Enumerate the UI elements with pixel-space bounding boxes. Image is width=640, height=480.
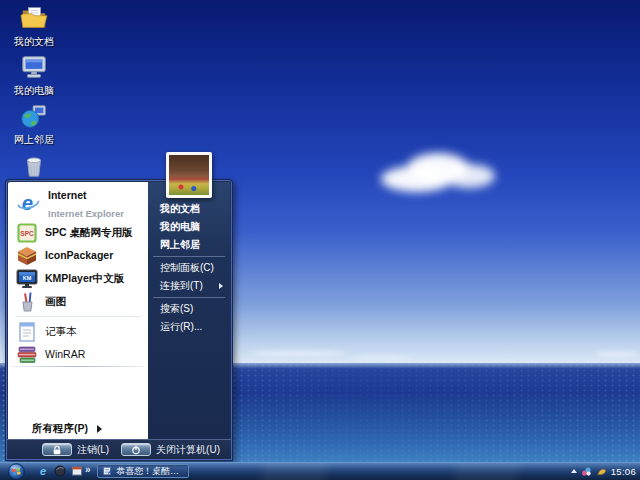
lock-icon (51, 445, 63, 455)
menu-item-winrar[interactable]: WinRAR (8, 343, 148, 366)
internet-explorer-icon: e (15, 190, 42, 217)
svg-text:e: e (40, 465, 46, 477)
my-documents-icon (19, 3, 49, 33)
hidden-icons-arrow-icon[interactable] (571, 469, 577, 473)
submenu-arrow-icon (219, 283, 223, 289)
desktop-icon-my-documents[interactable]: 我的文档 (5, 3, 63, 49)
shut-down-label[interactable]: 关闭计算机(U) (156, 443, 220, 457)
desktop-icon-network-places[interactable]: 网上邻居 (5, 101, 63, 147)
menu-item-label: 画图 (45, 295, 66, 308)
taskbar-clock[interactable]: 15:06 (611, 466, 636, 477)
menu-item-label: 我的文档 (160, 202, 200, 216)
menu-separator (16, 316, 140, 317)
menu-item-label: 控制面板(C) (160, 261, 214, 275)
internet-explorer-icon: e (37, 465, 49, 477)
power-icon (131, 445, 141, 455)
taskbar-task-button[interactable]: 恭喜您！桌酷主题... (97, 464, 189, 478)
desktop-icon-my-computer[interactable]: 我的电脑 (5, 52, 63, 98)
log-off-button[interactable] (42, 443, 72, 456)
start-menu-right-column: 我的文档 我的电脑 网上邻居 控制面板(C) 连接到(T) 搜索(S) 运行(R… (148, 182, 230, 439)
menu-item-label: 网上邻居 (160, 238, 200, 252)
globe-icon (54, 465, 66, 477)
iconpackager-icon (15, 244, 39, 268)
quick-launch-window-button[interactable] (71, 465, 83, 477)
menu-item-label: 连接到(T) (160, 279, 203, 293)
recycle-bin-icon (19, 150, 49, 180)
menu-item-paint[interactable]: 画图 (8, 290, 148, 313)
menu-item-sublabel: Internet Explorer (48, 208, 124, 219)
menu-separator (153, 297, 225, 298)
start-menu-footer: 注销(L) 关闭计算机(U) (7, 439, 231, 459)
system-tray: 15:06 (571, 463, 636, 479)
notepad-icon (15, 320, 39, 344)
menu-item-label: 我的电脑 (160, 220, 200, 234)
quick-launch-overflow-chevron[interactable]: » (85, 464, 91, 475)
menu-item-my-documents[interactable]: 我的文档 (148, 200, 230, 218)
winrar-icon (15, 343, 39, 367)
svg-text:KM: KM (23, 274, 32, 280)
all-programs-separator (12, 366, 144, 367)
arrow-right-icon (97, 425, 102, 433)
menu-item-label: 运行(R)... (160, 320, 202, 334)
all-programs-button[interactable]: 所有程序(P) (8, 418, 148, 439)
horizon-cloud (250, 351, 345, 355)
menu-item-label: 搜索(S) (160, 302, 193, 316)
desktop-icon-label: 我的文档 (14, 35, 54, 49)
menu-separator (153, 256, 225, 257)
menu-item-label: WinRAR (45, 348, 85, 361)
log-off-label[interactable]: 注销(L) (77, 443, 109, 457)
windows-orb-icon (8, 463, 25, 480)
menu-item-iconpackager[interactable]: IconPackager (8, 244, 148, 267)
my-computer-icon (19, 52, 49, 82)
menu-item-label: KMPlayer中文版 (45, 272, 124, 285)
cloud (381, 151, 497, 201)
task-button-label: 恭喜您！桌酷主题... (116, 465, 184, 478)
svg-text:SPC: SPC (20, 229, 34, 236)
taskbar (0, 462, 640, 480)
document-icon (102, 466, 112, 476)
user-picture[interactable] (166, 152, 212, 198)
start-menu: e Internet Internet Explorer SPC SPC 桌酷网… (5, 179, 233, 461)
menu-item-label: 记事本 (45, 325, 77, 338)
menu-item-control-panel[interactable]: 控制面板(C) (148, 259, 230, 277)
all-programs-label: 所有程序(P) (32, 422, 88, 436)
start-menu-body: e Internet Internet Explorer SPC SPC 桌酷网… (8, 182, 230, 439)
spc-app-icon: SPC (15, 221, 39, 245)
paint-icon (15, 290, 39, 314)
tray-icon-1[interactable] (581, 466, 592, 477)
quick-launch-globe-button[interactable] (54, 465, 66, 477)
quick-launch: e (37, 465, 83, 477)
horizon-cloud (596, 352, 638, 356)
menu-item-notepad[interactable]: 记事本 (8, 320, 148, 343)
menu-item-network-places[interactable]: 网上邻居 (148, 236, 230, 254)
menu-item-label: IconPackager (45, 249, 113, 262)
menu-item-kmplayer[interactable]: KM KMPlayer中文版 (8, 267, 148, 290)
tray-icon-2[interactable] (596, 466, 607, 477)
menu-item-run[interactable]: 运行(R)... (148, 318, 230, 336)
menu-item-connect-to[interactable]: 连接到(T) (148, 277, 230, 295)
menu-item-label: SPC 桌酷网专用版 (45, 226, 133, 239)
menu-item-spc[interactable]: SPC SPC 桌酷网专用版 (8, 221, 148, 244)
desktop-icon-label: 我的电脑 (14, 84, 54, 98)
menu-item-label: Internet (48, 189, 87, 201)
horizon-cloud (352, 356, 412, 359)
network-places-icon (19, 101, 49, 131)
menu-item-internet[interactable]: e Internet Internet Explorer (8, 185, 148, 221)
start-menu-left-column: e Internet Internet Explorer SPC SPC 桌酷网… (8, 182, 148, 439)
window-icon (71, 465, 83, 477)
quick-launch-ie-button[interactable]: e (37, 465, 49, 477)
desktop-icon-label: 网上邻居 (14, 133, 54, 147)
start-button[interactable] (8, 463, 25, 480)
menu-item-search[interactable]: 搜索(S) (148, 300, 230, 318)
kmplayer-icon: KM (15, 267, 39, 291)
shut-down-button[interactable] (121, 443, 151, 456)
svg-text:e: e (22, 192, 33, 214)
menu-item-my-computer[interactable]: 我的电脑 (148, 218, 230, 236)
